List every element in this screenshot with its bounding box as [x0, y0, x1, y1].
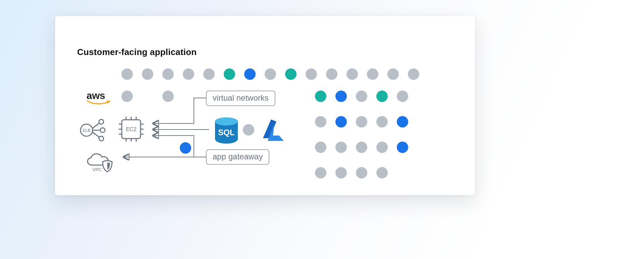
status-dot	[335, 142, 347, 153]
elb-icon: ELB	[80, 118, 109, 142]
status-dot	[376, 167, 388, 178]
chip-label: virtual networks	[213, 93, 269, 102]
svg-text:EC2: EC2	[126, 126, 136, 132]
sql-database-icon: SQL	[213, 117, 239, 146]
aws-logo-text: aws	[87, 90, 105, 101]
status-dot	[180, 142, 191, 154]
status-dot	[326, 68, 337, 80]
chip-label: app gateaway	[213, 152, 263, 161]
svg-point-7	[99, 136, 104, 141]
diagram-card: Customer-facing application virtual netw…	[55, 16, 475, 195]
status-dot	[244, 68, 256, 80]
status-dot	[356, 116, 367, 127]
svg-line-2	[92, 123, 99, 128]
status-dot	[142, 68, 153, 80]
azure-logo-icon	[260, 117, 286, 144]
status-dot	[335, 116, 347, 127]
status-dot	[243, 124, 254, 136]
chip-app-gateway: app gateaway	[206, 149, 269, 165]
status-dot	[162, 68, 174, 80]
status-dot	[387, 68, 399, 80]
status-dot	[183, 68, 194, 80]
svg-text:SQL: SQL	[218, 128, 234, 137]
diagram-title: Customer-facing application	[77, 47, 197, 57]
status-dot	[315, 142, 326, 153]
status-dot	[376, 91, 388, 102]
status-dot	[367, 68, 378, 80]
status-dot	[397, 116, 408, 127]
status-dot	[397, 142, 408, 153]
status-dot	[121, 68, 133, 80]
status-dot	[265, 68, 276, 80]
svg-line-4	[92, 132, 99, 137]
status-dot	[356, 91, 367, 102]
status-dot	[356, 167, 367, 178]
status-dot	[408, 68, 419, 80]
status-dot	[335, 167, 347, 178]
svg-point-5	[99, 119, 104, 124]
svg-text:VPC: VPC	[93, 167, 102, 172]
status-dot	[376, 142, 388, 153]
status-dot	[346, 68, 358, 80]
svg-point-6	[100, 128, 105, 133]
status-dot	[285, 68, 297, 80]
status-dot	[376, 116, 388, 127]
status-dot	[335, 91, 347, 102]
status-dot	[315, 167, 326, 178]
status-dot	[315, 91, 326, 102]
chip-virtual-networks: virtual networks	[206, 91, 275, 106]
svg-text:ELB: ELB	[83, 128, 91, 133]
status-dot	[121, 91, 133, 102]
status-dot	[397, 91, 408, 102]
status-dot	[306, 68, 317, 80]
status-dot	[356, 142, 367, 153]
status-dot	[315, 116, 326, 127]
aws-logo: aws	[87, 90, 117, 105]
vpc-icon: VPC	[83, 150, 120, 176]
status-dot	[162, 91, 174, 102]
ec2-icon: EC2	[116, 114, 146, 144]
svg-point-24	[215, 117, 238, 125]
status-dot	[203, 68, 215, 80]
status-dot	[224, 68, 235, 80]
